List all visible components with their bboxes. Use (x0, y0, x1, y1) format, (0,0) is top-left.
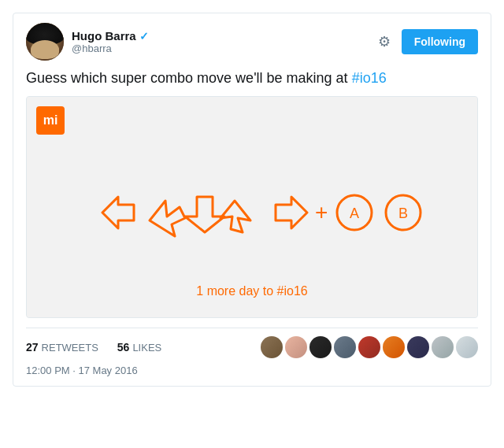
liker-avatar-4[interactable] (334, 336, 356, 358)
tweet-text: Guess which super combo move we'll be ma… (26, 68, 478, 88)
tweet-image-container[interactable]: mi + A (26, 96, 478, 318)
likes-label: LIKES (132, 342, 161, 354)
liker-avatar-2[interactable] (285, 336, 307, 358)
avatar-image (26, 23, 64, 61)
likers-avatars (261, 336, 478, 358)
retweets-count: 27 (26, 341, 39, 354)
retweets-stat: 27 RETWEETS (26, 341, 98, 354)
svg-marker-4 (276, 197, 307, 228)
combo-bottom-text: 1 more day to #io16 (36, 284, 468, 308)
liker-avatar-5[interactable] (358, 336, 380, 358)
combo-svg: + A B (63, 177, 441, 248)
combo-area: + A B (36, 141, 468, 284)
screen-name: @hbarra (72, 43, 149, 54)
svg-marker-0 (102, 197, 134, 228)
display-name: Hugo Barra ✓ (72, 29, 149, 43)
name-text: Hugo Barra (72, 29, 136, 43)
tweet-text-part1: Guess which super combo move we'll be ma… (26, 70, 352, 86)
verified-icon: ✓ (139, 30, 149, 43)
liker-avatar-1[interactable] (261, 336, 283, 358)
gear-button[interactable]: ⚙ (375, 30, 394, 54)
tweet-image: mi + A (27, 97, 477, 317)
retweets-label: RETWEETS (42, 342, 98, 354)
tweet-user: Hugo Barra ✓ @hbarra (26, 23, 149, 61)
header-actions: ⚙ Following (375, 29, 478, 54)
likes-count: 56 (117, 341, 130, 354)
svg-marker-1 (150, 201, 185, 236)
liker-avatar-7[interactable] (407, 336, 429, 358)
liker-avatar-3[interactable] (309, 336, 332, 358)
svg-marker-3 (220, 201, 250, 232)
likes-stat: 56 LIKES (117, 341, 161, 354)
tweet-timestamp: 12:00 PM · 17 May 2016 (26, 365, 478, 376)
liker-avatar-8[interactable] (432, 336, 454, 358)
svg-text:A: A (350, 205, 359, 221)
mi-logo: mi (36, 106, 65, 135)
avatar[interactable] (26, 23, 64, 61)
svg-text:+: + (315, 200, 328, 224)
following-button[interactable]: Following (402, 29, 478, 54)
hashtag-link[interactable]: #io16 (352, 70, 387, 86)
tweet-stats: 27 RETWEETS 56 LIKES (26, 328, 478, 358)
tweet-header: Hugo Barra ✓ @hbarra ⚙ Following (26, 23, 478, 61)
svg-marker-2 (185, 197, 224, 232)
svg-text:B: B (398, 205, 408, 221)
liker-avatar-9[interactable] (456, 336, 478, 358)
liker-avatar-6[interactable] (383, 336, 405, 358)
user-info: Hugo Barra ✓ @hbarra (72, 29, 149, 54)
tweet-card: Hugo Barra ✓ @hbarra ⚙ Following Guess w… (13, 13, 491, 387)
